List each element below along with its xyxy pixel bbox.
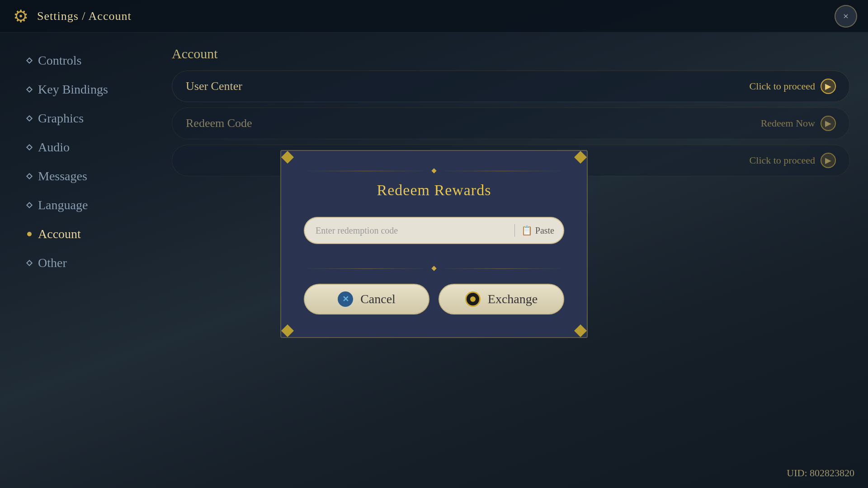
deco-line-bottom-left	[304, 268, 429, 269]
exchange-icon	[465, 291, 481, 307]
paste-icon: 📋	[521, 225, 533, 236]
deco-diamond-left	[431, 168, 436, 173]
deco-line-bottom-right	[439, 268, 564, 269]
paste-label: Paste	[535, 225, 554, 236]
exchange-label: Exchange	[488, 292, 538, 306]
modal-deco-top	[304, 169, 564, 173]
svg-marker-3	[574, 324, 587, 337]
corner-decoration-tr	[573, 150, 588, 164]
corner-decoration-bl	[280, 324, 295, 338]
cancel-icon: ✕	[338, 291, 353, 307]
modal-title: Redeem Rewards	[304, 182, 564, 199]
cancel-label: Cancel	[360, 292, 396, 306]
corner-decoration-tl	[280, 150, 295, 164]
deco-diamond-bottom-left	[431, 266, 436, 271]
modal-backdrop: Redeem Rewards 📋 Paste ✕ Cancel Excha	[0, 0, 868, 488]
modal-deco-bottom	[304, 267, 564, 270]
svg-marker-2	[281, 324, 294, 337]
deco-line-right	[439, 171, 564, 171]
svg-marker-1	[574, 151, 587, 164]
input-divider	[514, 224, 515, 237]
cancel-button[interactable]: ✕ Cancel	[304, 284, 429, 314]
modal-buttons: ✕ Cancel Exchange	[304, 284, 564, 314]
redeem-modal: Redeem Rewards 📋 Paste ✕ Cancel Excha	[280, 150, 588, 338]
corner-decoration-br	[573, 324, 588, 338]
deco-line-left	[304, 171, 429, 171]
redemption-code-container[interactable]: 📋 Paste	[304, 217, 564, 244]
paste-button[interactable]: 📋 Paste	[521, 225, 554, 236]
exchange-button[interactable]: Exchange	[439, 284, 564, 314]
redemption-code-input[interactable]	[316, 225, 508, 236]
svg-marker-0	[281, 151, 294, 164]
